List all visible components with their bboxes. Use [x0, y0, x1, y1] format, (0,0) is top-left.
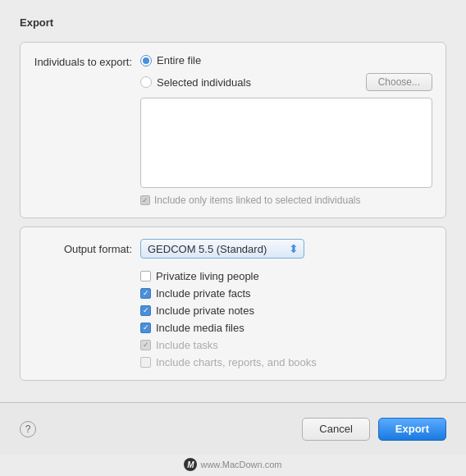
bottom-bar: ? Cancel Export: [0, 402, 466, 455]
individuals-listbox[interactable]: [140, 98, 432, 188]
checkbox-options: Privatize living people Include private …: [34, 270, 432, 368]
export-dialog: Export Individuals to export: Entire fil…: [0, 0, 466, 402]
checkbox-charts-label: Include charts, reports, and books: [156, 356, 317, 368]
entire-file-group: Entire file: [140, 54, 201, 66]
checkbox-row-media-files: Include media files: [140, 322, 432, 334]
watermark: M www.MacDown.com: [0, 455, 466, 476]
output-format-row: Output format: GEDCOM 5.5 (Standard) ⬍: [34, 239, 432, 259]
checkbox-tasks: [140, 340, 151, 350]
checkbox-row-privatize: Privatize living people: [140, 270, 432, 282]
help-button[interactable]: ?: [20, 421, 36, 437]
linked-only-label: Include only items linked to selected in…: [154, 195, 360, 206]
checkbox-private-facts-label: Include private facts: [156, 287, 251, 300]
bottom-buttons: Cancel Export: [302, 418, 446, 441]
cancel-button[interactable]: Cancel: [302, 418, 369, 441]
linked-only-row: Include only items linked to selected in…: [140, 195, 432, 206]
checkbox-private-notes-label: Include private notes: [156, 304, 254, 317]
export-button[interactable]: Export: [378, 418, 446, 441]
checkbox-row-charts: Include charts, reports, and books: [140, 356, 432, 368]
checkbox-row-tasks: Include tasks: [140, 339, 432, 351]
selected-individuals-row: Selected individuals Choose...: [140, 73, 432, 91]
output-format-value: GEDCOM 5.5 (Standard): [148, 243, 267, 255]
checkbox-media-files[interactable]: [140, 323, 151, 333]
checkbox-charts: [140, 357, 151, 368]
output-format-dropdown[interactable]: GEDCOM 5.5 (Standard) ⬍: [140, 239, 304, 259]
watermark-text: www.MacDown.com: [200, 460, 281, 469]
linked-only-checkbox: [140, 195, 150, 205]
individuals-label: Individuals to export:: [34, 54, 140, 68]
selected-individuals-group: Selected individuals: [140, 76, 251, 89]
dialog-title: Export: [20, 16, 446, 29]
dropdown-arrow-icon: ⬍: [289, 242, 299, 255]
selected-individuals-label: Selected individuals: [157, 76, 251, 89]
selected-individuals-radio[interactable]: [140, 76, 152, 88]
checkbox-privatize-label: Privatize living people: [156, 270, 259, 282]
checkbox-row-private-notes: Include private notes: [140, 304, 432, 317]
checkbox-row-private-facts: Include private facts: [140, 287, 432, 300]
checkbox-privatize[interactable]: [140, 271, 151, 281]
individuals-field-row: Individuals to export: Entire file Selec…: [34, 54, 432, 206]
entire-file-radio[interactable]: [140, 55, 152, 66]
choose-button[interactable]: Choose...: [366, 73, 432, 91]
checkbox-private-facts[interactable]: [140, 288, 151, 299]
individuals-section: Individuals to export: Entire file Selec…: [20, 42, 446, 218]
output-section: Output format: GEDCOM 5.5 (Standard) ⬍ P…: [20, 227, 446, 381]
output-format-label: Output format:: [34, 243, 140, 255]
checkbox-private-notes[interactable]: [140, 305, 151, 316]
entire-file-row: Entire file: [140, 54, 432, 66]
checkbox-tasks-label: Include tasks: [156, 339, 218, 351]
checkbox-media-files-label: Include media files: [156, 322, 244, 334]
individuals-content: Entire file Selected individuals Choose.…: [140, 54, 432, 206]
watermark-logo: M: [184, 458, 197, 471]
entire-file-label: Entire file: [157, 54, 201, 66]
